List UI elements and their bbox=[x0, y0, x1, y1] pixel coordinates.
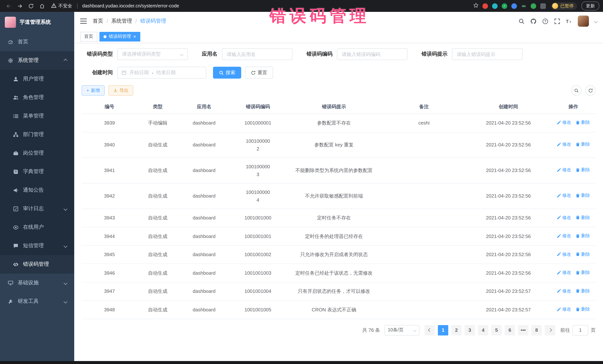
breadcrumb-home[interactable]: 首页 bbox=[93, 18, 103, 24]
breadcrumb-system[interactable]: 系统管理 bbox=[111, 18, 132, 24]
prev-page-button[interactable] bbox=[425, 325, 435, 335]
delete-link[interactable]: 删除 bbox=[576, 166, 590, 174]
error-hint-input[interactable] bbox=[452, 48, 522, 60]
help-icon[interactable]: ? bbox=[542, 18, 548, 24]
error-code-input[interactable] bbox=[337, 48, 407, 60]
page-button-4[interactable]: 4 bbox=[478, 325, 488, 335]
delete-link[interactable]: 删除 bbox=[576, 287, 590, 295]
page-size-select[interactable]: 10条/页 bbox=[384, 325, 419, 335]
next-page-button[interactable] bbox=[545, 325, 555, 335]
cell-operations: 修改删除 bbox=[551, 183, 596, 209]
export-button[interactable]: 导出 bbox=[108, 85, 133, 96]
edit-link[interactable]: 修改 bbox=[557, 166, 571, 174]
paused-extension-chip[interactable]: 已暂停 bbox=[551, 2, 577, 10]
security-chip[interactable]: 不安全 bbox=[51, 3, 72, 9]
extension-pin-icon[interactable] bbox=[540, 3, 546, 9]
github-icon[interactable] bbox=[530, 18, 537, 24]
cell-error-hint: 不能删除类型为系统内置的参数配置 bbox=[286, 157, 382, 183]
app-name-input[interactable] bbox=[222, 48, 292, 60]
extension-leaf-icon[interactable] bbox=[531, 3, 536, 9]
page-button-2[interactable]: 2 bbox=[451, 325, 462, 335]
bookmark-star-icon[interactable] bbox=[473, 2, 479, 10]
edit-link[interactable]: 修改 bbox=[557, 214, 571, 221]
refresh-table-button[interactable] bbox=[585, 85, 596, 96]
edit-link[interactable]: 修改 bbox=[557, 250, 571, 258]
book-icon bbox=[13, 168, 19, 175]
delete-link[interactable]: 删除 bbox=[576, 250, 590, 258]
extension-on-icon[interactable]: on bbox=[521, 3, 527, 9]
app-logo bbox=[5, 17, 16, 28]
chevron-down-icon[interactable] bbox=[594, 19, 598, 23]
delete-link[interactable]: 删除 bbox=[576, 214, 590, 221]
sidebar-item-audit-log[interactable]: 审计日志 bbox=[0, 199, 74, 218]
create-time-range-picker[interactable]: 开始日期 - 结束日期 bbox=[117, 67, 206, 78]
edit-link[interactable]: 修改 bbox=[557, 141, 571, 148]
forward-button[interactable] bbox=[15, 1, 24, 11]
sidebar-item-online-user[interactable]: 在线用户 bbox=[0, 218, 74, 236]
sidebar-item-infra[interactable]: 基础设施 bbox=[0, 274, 74, 292]
sidebar-item-error-code[interactable]: 错误码管理 bbox=[0, 255, 74, 274]
cell-error-code: 1001001005 bbox=[230, 300, 286, 319]
sidebar-item-label: 基础设施 bbox=[18, 279, 39, 286]
sidebar-item-role[interactable]: 角色管理 bbox=[0, 88, 74, 107]
page-button-5[interactable]: 5 bbox=[491, 325, 502, 335]
sidebar-item-user[interactable]: 用户管理 bbox=[0, 70, 74, 88]
cell-type: 自动生成 bbox=[137, 209, 178, 227]
address-url[interactable]: dashboard.yudao.iocoder.cn/system/error-… bbox=[82, 3, 179, 9]
error-type-select[interactable]: 请选择错误码类型 bbox=[117, 48, 188, 60]
extension-green-check-icon[interactable]: ✓ bbox=[502, 3, 507, 9]
cell-app-name: dashboard bbox=[178, 300, 230, 319]
delete-link[interactable]: 删除 bbox=[576, 305, 590, 313]
goto-page-input[interactable] bbox=[573, 325, 588, 335]
sidebar-toggle[interactable] bbox=[80, 19, 87, 24]
reload-button[interactable] bbox=[26, 1, 36, 11]
home-button[interactable] bbox=[37, 1, 47, 11]
sidebar-item-post[interactable]: 岗位管理 bbox=[0, 144, 74, 162]
font-size-icon[interactable]: TT bbox=[566, 18, 572, 24]
edit-link[interactable]: 修改 bbox=[557, 192, 571, 200]
tab-error-code[interactable]: 错误码管理 × bbox=[99, 32, 140, 41]
delete-link[interactable]: 删除 bbox=[576, 269, 590, 276]
page-ellipsis: ••• bbox=[518, 325, 528, 335]
edit-link[interactable]: 修改 bbox=[557, 232, 571, 240]
search-button[interactable]: 搜索 bbox=[213, 67, 241, 78]
update-button[interactable]: 更新 bbox=[581, 1, 599, 10]
user-avatar[interactable] bbox=[578, 16, 589, 27]
edit-link[interactable]: 修改 bbox=[557, 119, 571, 126]
cell-operations: 修改删除 bbox=[551, 245, 596, 264]
delete-link[interactable]: 删除 bbox=[576, 232, 590, 240]
tab-home[interactable]: 首页 bbox=[80, 32, 97, 41]
app-logo-row[interactable]: 芋道管理系统 bbox=[0, 12, 74, 33]
extension-red-icon[interactable] bbox=[482, 3, 488, 9]
cell-operations: 修改删除 bbox=[551, 300, 596, 319]
sidebar-item-dict[interactable]: 字典管理 bbox=[0, 162, 74, 181]
sidebar-item-dept[interactable]: 部门管理 bbox=[0, 125, 74, 144]
sidebar-item-notice[interactable]: 通知公告 bbox=[0, 181, 74, 199]
sidebar-item-sms[interactable]: 短信管理 bbox=[0, 236, 74, 255]
sidebar-item-system[interactable]: 系统管理 bbox=[0, 51, 74, 70]
sidebar-item-devtools[interactable]: 研发工具 bbox=[0, 292, 74, 311]
sidebar-item-home[interactable]: 首页 bbox=[0, 33, 74, 51]
toggle-search-button[interactable] bbox=[571, 85, 581, 96]
page-button-8[interactable]: 8 bbox=[531, 325, 542, 335]
reset-button[interactable]: 重置 bbox=[245, 67, 273, 78]
close-icon[interactable]: × bbox=[133, 34, 136, 39]
add-button[interactable]: + 新增 bbox=[82, 85, 105, 96]
delete-link[interactable]: 删除 bbox=[576, 192, 590, 200]
extension-teal-icon[interactable] bbox=[492, 3, 498, 9]
edit-link[interactable]: 修改 bbox=[557, 305, 571, 313]
edit-link[interactable]: 修改 bbox=[557, 287, 571, 295]
sidebar-item-label: 审计日志 bbox=[23, 205, 44, 212]
header-search-icon[interactable] bbox=[518, 18, 525, 24]
edit-link[interactable]: 修改 bbox=[557, 269, 571, 276]
sidebar-item-menu[interactable]: 菜单管理 bbox=[0, 107, 74, 125]
extension-grid-icon[interactable] bbox=[511, 3, 517, 9]
page-button-1[interactable]: 1 bbox=[438, 325, 448, 335]
fullscreen-icon[interactable] bbox=[554, 18, 560, 24]
delete-link[interactable]: 删除 bbox=[576, 119, 590, 126]
page-button-3[interactable]: 3 bbox=[464, 325, 475, 335]
cell-remark bbox=[382, 282, 466, 300]
page-button-6[interactable]: 6 bbox=[505, 325, 515, 335]
back-button[interactable] bbox=[4, 1, 13, 11]
delete-link[interactable]: 删除 bbox=[576, 141, 590, 148]
